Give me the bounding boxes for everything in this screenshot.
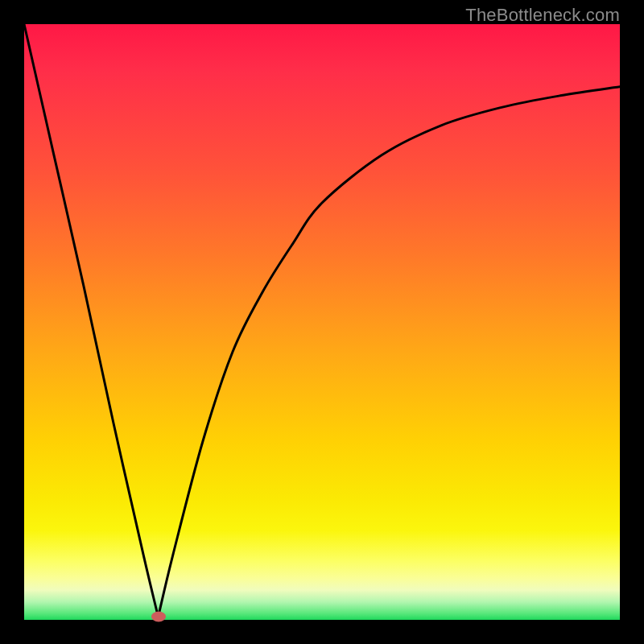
plot-area [24,24,620,620]
attribution-label: TheBottleneck.com [465,5,620,26]
chart-container: TheBottleneck.com [0,0,644,644]
bottleneck-curve [24,24,620,620]
optimum-marker [151,612,166,622]
